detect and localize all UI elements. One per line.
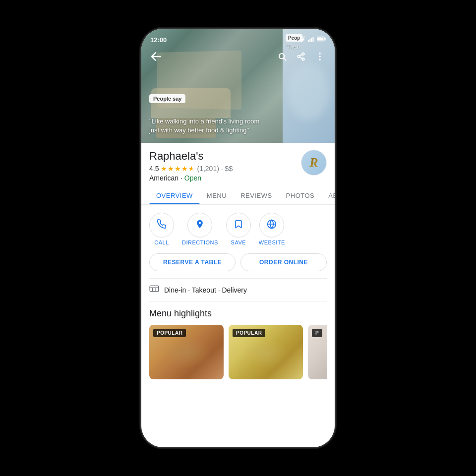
back-button[interactable] [148, 49, 164, 64]
place-logo-letter: R [309, 155, 318, 170]
open-status: Open [184, 174, 201, 182]
place-header: Raphaela's 4.5 ★ ★ ★ ★ ★ (1,201) · $$ Am… [141, 143, 335, 187]
nav-actions [274, 49, 328, 64]
place-info: Raphaela's 4.5 ★ ★ ★ ★ ★ (1,201) · $$ Am… [149, 150, 301, 182]
service-row: Dine-in · Takeout · Delivery [141, 279, 335, 301]
menu-highlights-title: Menu highlights [149, 308, 327, 319]
svg-rect-6 [312, 37, 313, 42]
popular-badge-1: POPULAR [153, 329, 186, 337]
price-level: · $$ [221, 165, 233, 173]
wifi-icon [298, 36, 306, 44]
menu-item-image-1: POPULAR [149, 325, 224, 379]
cta-buttons: RESERVE A TABLE ORDER ONLINE [141, 249, 335, 278]
svg-point-19 [319, 59, 321, 61]
directions-label: DIRECTIONS [182, 239, 218, 245]
battery-icon [317, 36, 326, 43]
svg-rect-9 [317, 37, 323, 40]
status-icons [298, 36, 326, 44]
popular-badge-3: P [312, 329, 322, 337]
order-online-button[interactable]: ORDER ONLINE [240, 253, 327, 271]
tab-about[interactable]: ABOU [321, 187, 335, 204]
place-logo: R [301, 150, 327, 176]
signal-icon [308, 36, 315, 44]
bookmark-icon [234, 219, 243, 232]
menu-item-1[interactable]: POPULAR [149, 325, 224, 379]
svg-line-15 [299, 57, 302, 59]
website-label: WEBSITE [259, 239, 285, 245]
menu-item-3[interactable]: P [308, 325, 327, 379]
star-5-half: ★ [188, 165, 195, 173]
hero-area: Peop "The b People say "Like walking int… [141, 29, 335, 143]
directions-circle [187, 213, 212, 238]
website-action[interactable]: WEBSITE [259, 213, 285, 245]
people-say-badge: People say [149, 94, 185, 103]
dine-in-icon [149, 285, 159, 295]
popular-badge-2: POPULAR [233, 329, 265, 337]
tab-menu[interactable]: MENU [200, 187, 234, 204]
save-label: SAVE [231, 239, 246, 245]
tabs-row: OVERVIEW MENU REVIEWS PHOTOS ABOU [141, 187, 335, 205]
menu-item-image-2: POPULAR [229, 325, 303, 379]
call-label: CALL [154, 239, 169, 245]
top-nav [141, 47, 335, 66]
star-3: ★ [175, 165, 181, 173]
more-options-button[interactable] [312, 49, 328, 64]
svg-line-11 [284, 58, 286, 60]
cuisine-type: American [149, 174, 178, 182]
globe-icon [267, 219, 277, 232]
share-button[interactable] [293, 49, 309, 64]
reserve-table-button[interactable]: RESERVE A TABLE [149, 253, 236, 271]
svg-rect-8 [325, 38, 326, 40]
call-circle [149, 213, 174, 238]
search-button[interactable] [274, 49, 290, 64]
website-circle [259, 213, 284, 238]
rating-row: 4.5 ★ ★ ★ ★ ★ (1,201) · $$ [149, 165, 301, 173]
svg-line-16 [299, 55, 302, 56]
star-1: ★ [161, 165, 167, 173]
phone-icon [157, 219, 167, 232]
tab-overview[interactable]: OVERVIEW [149, 187, 200, 204]
save-circle [226, 213, 251, 238]
tab-photos[interactable]: PHOTOS [279, 187, 322, 204]
place-type-row: American · Open [149, 174, 301, 182]
menu-item-2[interactable]: POPULAR [229, 325, 303, 379]
menu-items-row: POPULAR POPULAR P [149, 325, 327, 383]
tab-reviews[interactable]: REVIEWS [234, 187, 279, 204]
content-area[interactable]: Raphaela's 4.5 ★ ★ ★ ★ ★ (1,201) · $$ Am… [141, 143, 335, 447]
place-name: Raphaela's [149, 150, 301, 163]
save-action[interactable]: SAVE [226, 213, 251, 245]
menu-item-image-3: P [308, 325, 327, 379]
review-count: (1,201) [197, 165, 219, 173]
call-action[interactable]: CALL [149, 213, 174, 245]
svg-rect-5 [311, 38, 312, 42]
status-time: 12:00 [150, 36, 167, 44]
svg-rect-3 [308, 40, 309, 42]
menu-highlights-section: Menu highlights POPULAR POPULAR P [141, 301, 335, 387]
phone-frame: Peop "The b People say "Like walking int… [141, 29, 335, 447]
service-text: Dine-in · Takeout · Delivery [164, 286, 247, 294]
svg-rect-22 [150, 286, 159, 291]
svg-rect-4 [309, 39, 310, 42]
svg-point-17 [319, 53, 321, 55]
hero-quote: "Like walking into a friend's living roo… [149, 117, 268, 135]
stars: ★ ★ ★ ★ ★ [161, 165, 195, 173]
directions-icon [195, 219, 205, 232]
action-buttons: CALL DIRECTIONS [141, 205, 335, 249]
svg-point-18 [319, 56, 321, 58]
rating-number: 4.5 [149, 165, 159, 173]
star-2: ★ [168, 165, 174, 173]
directions-action[interactable]: DIRECTIONS [182, 213, 218, 245]
status-bar: 12:00 [141, 29, 335, 47]
star-4: ★ [181, 165, 188, 173]
